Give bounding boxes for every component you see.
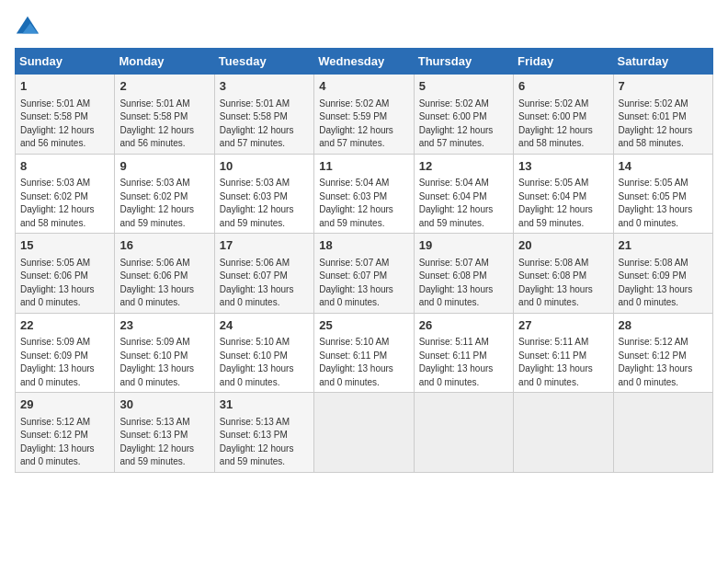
- day-info: Sunrise: 5:08 AM Sunset: 6:08 PM Dayligh…: [518, 258, 593, 308]
- calendar-cell: 4Sunrise: 5:02 AM Sunset: 5:59 PM Daylig…: [314, 75, 414, 155]
- day-info: Sunrise: 5:08 AM Sunset: 6:09 PM Dayligh…: [619, 258, 693, 308]
- calendar-cell: 21Sunrise: 5:08 AM Sunset: 6:09 PM Dayli…: [613, 234, 712, 314]
- day-number: 28: [619, 317, 708, 334]
- day-number: 16: [119, 237, 209, 254]
- day-info: Sunrise: 5:02 AM Sunset: 5:59 PM Dayligh…: [319, 98, 393, 149]
- day-info: Sunrise: 5:07 AM Sunset: 6:08 PM Dayligh…: [419, 258, 494, 308]
- calendar-cell: 1Sunrise: 5:01 AM Sunset: 5:58 PM Daylig…: [16, 75, 115, 155]
- day-number: 4: [319, 78, 408, 95]
- day-info: Sunrise: 5:05 AM Sunset: 6:06 PM Dayligh…: [20, 258, 95, 308]
- header: [15, 15, 713, 40]
- calendar-header-row: SundayMondayTuesdayWednesdayThursdayFrid…: [16, 49, 713, 75]
- calendar-cell: 19Sunrise: 5:07 AM Sunset: 6:08 PM Dayli…: [414, 234, 513, 314]
- day-info: Sunrise: 5:07 AM Sunset: 6:07 PM Dayligh…: [319, 258, 393, 308]
- day-number: 1: [20, 78, 109, 95]
- calendar-cell: 12Sunrise: 5:04 AM Sunset: 6:04 PM Dayli…: [414, 154, 513, 234]
- day-info: Sunrise: 5:11 AM Sunset: 6:11 PM Dayligh…: [518, 337, 593, 387]
- calendar-cell: [414, 393, 513, 473]
- logo-icon: [15, 15, 40, 40]
- day-number: 5: [419, 78, 508, 95]
- day-number: 25: [319, 317, 408, 334]
- day-info: Sunrise: 5:02 AM Sunset: 6:00 PM Dayligh…: [518, 98, 593, 149]
- logo: [15, 15, 44, 40]
- day-info: Sunrise: 5:01 AM Sunset: 5:58 PM Dayligh…: [220, 98, 294, 149]
- day-info: Sunrise: 5:04 AM Sunset: 6:04 PM Dayligh…: [419, 178, 494, 228]
- day-number: 21: [619, 237, 708, 254]
- day-info: Sunrise: 5:10 AM Sunset: 6:11 PM Dayligh…: [319, 337, 393, 387]
- day-header-sunday: Sunday: [16, 49, 115, 75]
- day-number: 22: [20, 317, 109, 334]
- calendar-cell: 2Sunrise: 5:01 AM Sunset: 5:58 PM Daylig…: [115, 75, 214, 155]
- calendar-week-5: 29Sunrise: 5:12 AM Sunset: 6:12 PM Dayli…: [16, 393, 713, 473]
- calendar-cell: 23Sunrise: 5:09 AM Sunset: 6:10 PM Dayli…: [115, 313, 214, 393]
- calendar-cell: 16Sunrise: 5:06 AM Sunset: 6:06 PM Dayli…: [115, 234, 214, 314]
- day-info: Sunrise: 5:05 AM Sunset: 6:04 PM Dayligh…: [518, 178, 593, 228]
- day-info: Sunrise: 5:06 AM Sunset: 6:06 PM Dayligh…: [119, 258, 194, 308]
- calendar-cell: 15Sunrise: 5:05 AM Sunset: 6:06 PM Dayli…: [16, 234, 115, 314]
- day-info: Sunrise: 5:05 AM Sunset: 6:05 PM Dayligh…: [619, 178, 693, 228]
- calendar-cell: [613, 393, 712, 473]
- day-number: 27: [518, 317, 608, 334]
- calendar-week-3: 15Sunrise: 5:05 AM Sunset: 6:06 PM Dayli…: [16, 234, 713, 314]
- day-number: 17: [220, 237, 309, 254]
- day-header-wednesday: Wednesday: [314, 49, 414, 75]
- calendar-week-1: 1Sunrise: 5:01 AM Sunset: 5:58 PM Daylig…: [16, 75, 713, 155]
- day-number: 31: [220, 396, 309, 413]
- day-number: 26: [419, 317, 508, 334]
- day-info: Sunrise: 5:09 AM Sunset: 6:10 PM Dayligh…: [119, 337, 194, 387]
- day-info: Sunrise: 5:11 AM Sunset: 6:11 PM Dayligh…: [419, 337, 494, 387]
- calendar-cell: 25Sunrise: 5:10 AM Sunset: 6:11 PM Dayli…: [314, 313, 414, 393]
- day-number: 19: [419, 237, 508, 254]
- calendar-cell: 11Sunrise: 5:04 AM Sunset: 6:03 PM Dayli…: [314, 154, 414, 234]
- calendar-cell: 24Sunrise: 5:10 AM Sunset: 6:10 PM Dayli…: [214, 313, 313, 393]
- calendar-cell: 31Sunrise: 5:13 AM Sunset: 6:13 PM Dayli…: [214, 393, 313, 473]
- calendar-cell: 27Sunrise: 5:11 AM Sunset: 6:11 PM Dayli…: [514, 313, 613, 393]
- day-number: 11: [319, 158, 408, 175]
- day-info: Sunrise: 5:03 AM Sunset: 6:02 PM Dayligh…: [119, 178, 194, 228]
- calendar-cell: 17Sunrise: 5:06 AM Sunset: 6:07 PM Dayli…: [214, 234, 313, 314]
- day-number: 23: [119, 317, 209, 334]
- calendar-cell: 29Sunrise: 5:12 AM Sunset: 6:12 PM Dayli…: [16, 393, 115, 473]
- day-info: Sunrise: 5:06 AM Sunset: 6:07 PM Dayligh…: [220, 258, 294, 308]
- day-header-thursday: Thursday: [414, 49, 513, 75]
- day-info: Sunrise: 5:02 AM Sunset: 6:00 PM Dayligh…: [419, 98, 494, 149]
- day-number: 30: [119, 396, 209, 413]
- day-number: 7: [619, 78, 708, 95]
- calendar-cell: 10Sunrise: 5:03 AM Sunset: 6:03 PM Dayli…: [214, 154, 313, 234]
- calendar-table: SundayMondayTuesdayWednesdayThursdayFrid…: [15, 48, 713, 473]
- day-number: 18: [319, 237, 408, 254]
- day-number: 13: [518, 158, 608, 175]
- calendar-cell: 30Sunrise: 5:13 AM Sunset: 6:13 PM Dayli…: [115, 393, 214, 473]
- day-header-friday: Friday: [514, 49, 613, 75]
- day-number: 2: [119, 78, 209, 95]
- day-info: Sunrise: 5:03 AM Sunset: 6:02 PM Dayligh…: [20, 178, 95, 228]
- day-info: Sunrise: 5:12 AM Sunset: 6:12 PM Dayligh…: [619, 337, 693, 387]
- calendar-cell: 28Sunrise: 5:12 AM Sunset: 6:12 PM Dayli…: [613, 313, 712, 393]
- day-number: 10: [220, 158, 309, 175]
- calendar-cell: 9Sunrise: 5:03 AM Sunset: 6:02 PM Daylig…: [115, 154, 214, 234]
- calendar-week-4: 22Sunrise: 5:09 AM Sunset: 6:09 PM Dayli…: [16, 313, 713, 393]
- day-header-tuesday: Tuesday: [214, 49, 313, 75]
- day-info: Sunrise: 5:03 AM Sunset: 6:03 PM Dayligh…: [220, 178, 294, 228]
- day-header-saturday: Saturday: [613, 49, 712, 75]
- calendar-cell: 8Sunrise: 5:03 AM Sunset: 6:02 PM Daylig…: [16, 154, 115, 234]
- day-info: Sunrise: 5:02 AM Sunset: 6:01 PM Dayligh…: [619, 98, 693, 149]
- day-number: 29: [20, 396, 109, 413]
- calendar-cell: 22Sunrise: 5:09 AM Sunset: 6:09 PM Dayli…: [16, 313, 115, 393]
- day-number: 14: [619, 158, 708, 175]
- day-number: 9: [119, 158, 209, 175]
- calendar-cell: 26Sunrise: 5:11 AM Sunset: 6:11 PM Dayli…: [414, 313, 513, 393]
- calendar-cell: 14Sunrise: 5:05 AM Sunset: 6:05 PM Dayli…: [613, 154, 712, 234]
- day-info: Sunrise: 5:01 AM Sunset: 5:58 PM Dayligh…: [20, 98, 95, 149]
- day-number: 6: [518, 78, 608, 95]
- calendar-cell: 7Sunrise: 5:02 AM Sunset: 6:01 PM Daylig…: [613, 75, 712, 155]
- calendar-cell: 18Sunrise: 5:07 AM Sunset: 6:07 PM Dayli…: [314, 234, 414, 314]
- day-number: 20: [518, 237, 608, 254]
- day-number: 12: [419, 158, 508, 175]
- calendar-cell: [314, 393, 414, 473]
- day-number: 15: [20, 237, 109, 254]
- day-number: 8: [20, 158, 109, 175]
- day-header-monday: Monday: [115, 49, 214, 75]
- day-info: Sunrise: 5:01 AM Sunset: 5:58 PM Dayligh…: [119, 98, 194, 149]
- day-info: Sunrise: 5:10 AM Sunset: 6:10 PM Dayligh…: [220, 337, 294, 387]
